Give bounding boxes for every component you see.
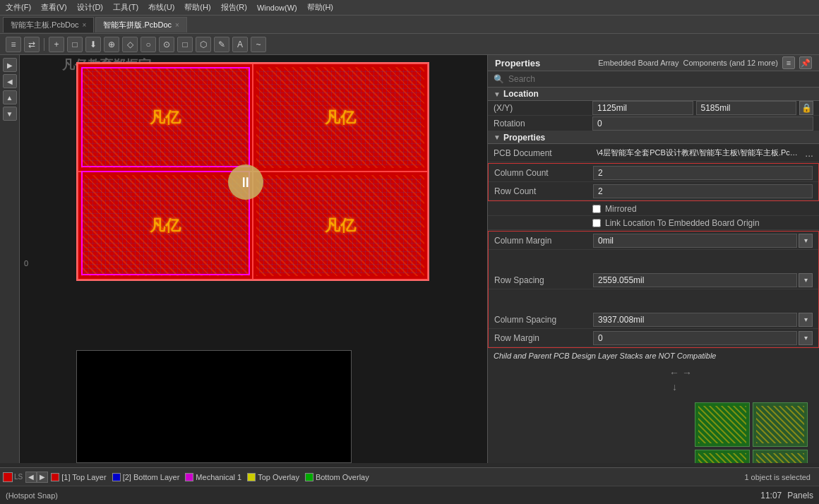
menu-route[interactable]: 布线(U): [148, 2, 174, 13]
pcb-doc-row: PCB Document \4层智能车全套PCB设计教程\智能车主板\智能车主板…: [488, 144, 819, 162]
column-count-label: Column Count: [494, 168, 593, 178]
column-margin-input-group: ▾: [593, 234, 813, 248]
column-spacing-input[interactable]: [593, 313, 797, 327]
toolbar-wave-btn[interactable]: ~: [251, 37, 266, 52]
row-margin-unit-btn[interactable]: ▾: [799, 331, 813, 345]
row-margin-input-group: ▾: [593, 331, 813, 345]
column-margin-unit-btn[interactable]: ▾: [799, 234, 813, 248]
menu-report[interactable]: 报告(R): [221, 2, 247, 13]
pcb-cell-top-left[interactable]: 凡亿: [78, 64, 253, 172]
toolbar-circle-btn[interactable]: ○: [141, 37, 156, 52]
tab-pcb-panel[interactable]: 智能车拼版.PcbDoc ×: [95, 17, 186, 32]
toolbar-down-btn[interactable]: ⬇: [85, 37, 101, 52]
menu-help2[interactable]: 帮助(H): [307, 2, 333, 13]
menu-tools[interactable]: 工具(T): [113, 2, 138, 13]
hotspot-label: (Hotspot Snap): [6, 491, 58, 500]
toolbar-diamond-btn[interactable]: ◇: [122, 37, 138, 52]
column-count-input[interactable]: [593, 166, 813, 180]
selected-count: 1 object is selected: [744, 473, 816, 481]
time-display: 11:07: [760, 491, 782, 500]
sidebar-btn-4[interactable]: ▼: [3, 107, 17, 121]
toolbar-rect-btn[interactable]: □: [67, 37, 83, 52]
search-input[interactable]: [508, 74, 813, 84]
panels-label[interactable]: Panels: [787, 491, 813, 500]
toolbar-add-btn[interactable]: +: [49, 37, 64, 52]
y-input[interactable]: [696, 101, 797, 115]
menu-bar: 文件(F) 查看(V) 设计(D) 工具(T) 布线(U) 帮助(H) 报告(R…: [0, 0, 819, 16]
ls-label: LS: [14, 473, 23, 481]
pcb-cell-top-right[interactable]: 凡亿: [253, 64, 428, 172]
mini-cell-4-inner: [756, 453, 804, 463]
toolbar-filter-btn[interactable]: ≡: [6, 37, 21, 52]
pcb-doc-dots[interactable]: ...: [805, 148, 813, 159]
layer-mechanical[interactable]: Mechanical 1: [182, 468, 244, 486]
pcb-logo-br: 凡亿: [325, 215, 356, 236]
menu-design[interactable]: 设计(D): [77, 2, 103, 13]
menu-view[interactable]: 查看(V): [41, 2, 67, 13]
search-bar: 🔍: [488, 71, 819, 88]
panel-filter-btn[interactable]: ≡: [782, 56, 795, 69]
menu-file[interactable]: 文件(F): [6, 2, 31, 13]
row-margin-label: Row Margin: [494, 333, 593, 343]
main-area: ▶ ◀ ▲ ▼ 凡亿教育郑振宇 凡亿 凡亿 凡亿: [0, 55, 819, 463]
mechanical-layer-label: Mechanical 1: [196, 473, 241, 481]
rotation-select[interactable]: 0 90 180 270: [592, 116, 813, 131]
layer-bottom-overlay[interactable]: Bottom Overlay: [302, 468, 372, 486]
panel-header-right: Embedded Board Array Components (and 12 …: [598, 56, 812, 69]
menu-help1[interactable]: 帮助(H): [184, 2, 210, 13]
layer-bottom[interactable]: [2] Bottom Layer: [109, 468, 183, 486]
layer-top[interactable]: [1] Top Layer: [48, 468, 109, 486]
column-count-row: Column Count: [489, 164, 818, 182]
canvas-area[interactable]: 凡亿教育郑振宇 凡亿 凡亿 凡亿 凡亿: [20, 55, 487, 463]
pcb-doc-label: PCB Document: [494, 148, 592, 158]
tab-pcb-main-label: 智能车主板.PcbDoc: [11, 20, 79, 30]
properties-section-header[interactable]: ▼ Properties: [488, 131, 819, 144]
layer-prev-btn[interactable]: ◀: [25, 472, 37, 483]
location-section-header[interactable]: ▼ Location: [488, 88, 819, 100]
menu-window[interactable]: Window(W): [257, 4, 297, 12]
row-count-row: Row Count: [489, 182, 818, 200]
lock-icon[interactable]: 🔒: [799, 101, 813, 115]
x-input[interactable]: [592, 101, 693, 115]
mini-grid-diagram: CH...: [695, 402, 808, 463]
sidebar-btn-2[interactable]: ◀: [3, 74, 17, 88]
pcb-logo-tr: 凡亿: [325, 107, 356, 128]
pcb-cell-bottom-right[interactable]: 凡亿: [253, 172, 428, 280]
toolbar-pen-btn[interactable]: ✎: [214, 37, 229, 52]
toolbar-plus-btn[interactable]: ⊕: [104, 37, 119, 52]
panel-pin-btn[interactable]: 📌: [799, 56, 812, 69]
sidebar-btn-1[interactable]: ▶: [3, 58, 17, 72]
row-spacing-unit-btn[interactable]: ▾: [799, 273, 813, 287]
mirrored-label: Mirrored: [605, 204, 637, 214]
mini-cell-3: [695, 450, 750, 463]
zero-label: 0: [24, 259, 28, 268]
layer-top-overlay[interactable]: Top Overlay: [244, 468, 302, 486]
rotation-label: Rotation: [494, 119, 592, 128]
link-location-label: Link Location To Embedded Board Origin: [605, 218, 760, 228]
column-margin-input[interactable]: [593, 234, 797, 248]
column-spacing-unit-btn[interactable]: ▾: [799, 313, 813, 327]
mirrored-checkbox[interactable]: [592, 205, 601, 213]
bottom-layer-label: [2] Bottom Layer: [123, 473, 180, 481]
tab-pcb-main[interactable]: 智能车主板.PcbDoc ×: [3, 17, 94, 32]
row-spacing-input[interactable]: [593, 273, 797, 287]
tab-close-panel[interactable]: ×: [175, 21, 179, 29]
toolbar-hex-btn[interactable]: ⬡: [196, 37, 211, 52]
toolbar-square-btn[interactable]: □: [177, 37, 193, 52]
mini-cell-2-inner: [756, 406, 804, 443]
toolbar-target-btn[interactable]: ⊙: [159, 37, 174, 52]
row-margin-input[interactable]: [593, 331, 797, 345]
tab-pcb-panel-label: 智能车拼版.PcbDoc: [103, 20, 172, 30]
xy-label: (X/Y): [494, 103, 592, 113]
pcb-cell-bottom-left[interactable]: 凡亿: [78, 172, 253, 280]
count-section: Column Count Row Count: [488, 163, 819, 201]
row-count-input[interactable]: [593, 184, 813, 198]
link-location-checkbox[interactable]: [592, 219, 601, 227]
pause-button[interactable]: ⏸: [228, 164, 263, 200]
toolbar-swap-btn[interactable]: ⇄: [24, 37, 40, 52]
mechanical-layer-color: [185, 473, 193, 481]
layer-next-btn[interactable]: ▶: [37, 472, 48, 483]
toolbar-text-btn[interactable]: A: [232, 37, 248, 52]
tab-close-main[interactable]: ×: [83, 21, 87, 29]
sidebar-btn-3[interactable]: ▲: [3, 90, 17, 104]
